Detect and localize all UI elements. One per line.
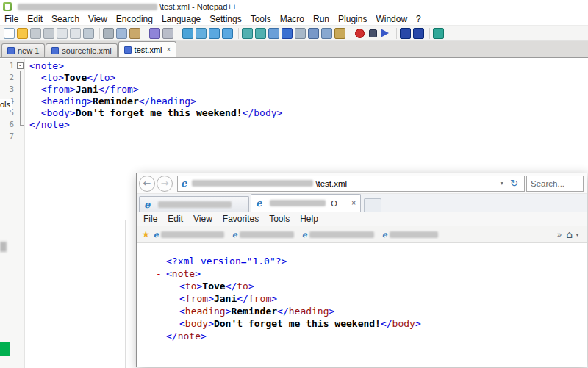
xml-line: -<note>: [137, 267, 587, 280]
saved-file-icon: [124, 46, 132, 54]
home-dropdown-icon[interactable]: ▼: [574, 232, 583, 237]
home-icon[interactable]: ⌂: [564, 228, 574, 240]
bookmark-favicon: e: [382, 231, 387, 239]
menu-help[interactable]: ?: [412, 13, 426, 25]
redacted-tab-title: [158, 201, 232, 208]
menu-settings[interactable]: Settings: [205, 13, 245, 25]
forward-button[interactable]: →: [157, 176, 173, 192]
close-tab-icon[interactable]: ×: [351, 199, 356, 207]
ie-menu-file[interactable]: File: [138, 214, 162, 224]
fold-collapse-icon[interactable]: -: [17, 62, 24, 69]
line-number: 1: [0, 60, 14, 72]
menu-tools[interactable]: Tools: [246, 13, 276, 25]
menu-edit[interactable]: Edit: [23, 13, 47, 25]
menu-language[interactable]: Language: [157, 13, 205, 25]
toolbar-separator: [351, 28, 351, 39]
copy-icon[interactable]: [116, 28, 127, 39]
menu-encoding[interactable]: Encoding: [112, 13, 157, 25]
code-text: <to>Tove</to>: [29, 72, 115, 84]
zoom-out-icon[interactable]: [222, 28, 233, 39]
sync-vertical-scroll-icon[interactable]: [242, 28, 253, 39]
ie-menu-view[interactable]: View: [188, 214, 218, 224]
ie-content-area[interactable]: <?xml version="1.0"?>-<note><to>Tove</to…: [137, 243, 587, 367]
paste-icon[interactable]: [129, 28, 140, 39]
ie-tab-bar: eeO×: [137, 194, 587, 212]
screenshot-canvas: \test.xml - Notepad++ FileEditSearchView…: [0, 0, 588, 368]
ie-favorites-bar: ★ eeee » ⌂ ▼: [137, 226, 587, 243]
address-bar[interactable]: e \test.xml ▼ ↻: [177, 176, 525, 192]
browser-tab-1[interactable]: e: [139, 196, 249, 212]
tab-sourcefile-xml[interactable]: sourcefile.xml: [46, 43, 117, 57]
function-list-icon[interactable]: [321, 28, 332, 39]
monitoring-icon[interactable]: [433, 28, 444, 39]
folder-as-workspace-icon[interactable]: [334, 28, 345, 39]
address-dropdown-icon[interactable]: ▼: [496, 181, 507, 186]
word-wrap-icon[interactable]: [268, 28, 279, 39]
menu-view[interactable]: View: [84, 13, 112, 25]
toolbar-separator: [396, 28, 397, 39]
code-line: 3 <from>Jani</from>: [0, 84, 588, 95]
zoom-in-icon[interactable]: [209, 28, 220, 39]
close-all-icon[interactable]: [70, 28, 81, 39]
open-folder-icon[interactable]: [17, 28, 28, 39]
notepadpp-titlebar[interactable]: \test.xml - Notepad++: [0, 0, 588, 13]
macro-save-icon[interactable]: [400, 28, 411, 39]
tab-new-1[interactable]: new 1: [1, 43, 45, 57]
collapse-node-icon[interactable]: -: [156, 267, 162, 280]
close-tab-icon[interactable]: ×: [167, 46, 171, 54]
menu-file[interactable]: File: [0, 13, 23, 25]
refresh-icon[interactable]: ↻: [507, 178, 521, 189]
notepadpp-app-icon: [3, 2, 12, 11]
macro-play-icon[interactable]: [381, 29, 389, 37]
macro-record-icon[interactable]: [355, 29, 365, 38]
favorites-overflow-icon[interactable]: »: [554, 230, 564, 239]
menu-window[interactable]: Window: [371, 13, 412, 25]
line-number: 3: [0, 84, 14, 95]
tab-test-xml[interactable]: test.xml×: [118, 41, 177, 57]
favorites-bar-item-1[interactable]: e: [154, 231, 226, 239]
window-title: \test.xml - Notepad++: [159, 2, 237, 11]
print-icon[interactable]: [83, 28, 94, 39]
menu-plugins[interactable]: Plugins: [334, 13, 371, 25]
code-line: 7: [0, 131, 588, 142]
sync-horizontal-scroll-icon[interactable]: [255, 28, 266, 39]
menu-macro[interactable]: Macro: [276, 13, 309, 25]
tab-label: new 1: [18, 46, 39, 55]
document-map-icon[interactable]: [308, 28, 319, 39]
save-all-icon[interactable]: [43, 28, 54, 39]
address-url-tail: \test.xml: [315, 179, 347, 188]
saved-file-icon: [7, 47, 15, 54]
show-all-characters-icon[interactable]: [282, 28, 293, 39]
search-box[interactable]: Search...: [526, 176, 584, 192]
line-number: 6: [0, 119, 14, 131]
add-favorite-icon[interactable]: ★: [142, 229, 150, 239]
new-file-icon[interactable]: [4, 28, 15, 39]
back-button[interactable]: ←: [139, 176, 155, 192]
favorites-bar-item-3[interactable]: e: [302, 231, 376, 239]
redacted-file-path: [18, 4, 157, 10]
close-icon[interactable]: [57, 28, 68, 39]
replace-icon[interactable]: [196, 28, 207, 39]
menu-search[interactable]: Search: [47, 13, 84, 25]
background-window-menu-fragment: ols: [0, 99, 12, 110]
save-icon[interactable]: [30, 28, 41, 39]
macro-stop-icon[interactable]: [369, 29, 377, 37]
ie-menu-edit[interactable]: Edit: [162, 214, 188, 224]
tab-label: test.xml: [135, 46, 162, 54]
redacted-bookmark-label: [240, 231, 294, 238]
ie-menu-help[interactable]: Help: [295, 214, 323, 224]
favorites-bar-item-4[interactable]: e: [382, 231, 440, 239]
favorites-bar-item-2[interactable]: e: [232, 231, 296, 239]
cut-icon[interactable]: [103, 28, 114, 39]
xml-line: </note>: [137, 330, 587, 342]
redo-icon[interactable]: [162, 28, 173, 39]
find-icon[interactable]: [182, 28, 193, 39]
ie-menu-tools[interactable]: Tools: [264, 214, 295, 224]
macro-run-multiple-icon[interactable]: [413, 28, 424, 39]
menu-run[interactable]: Run: [309, 13, 334, 25]
browser-tab-2[interactable]: eO×: [251, 194, 361, 212]
undo-icon[interactable]: [149, 28, 160, 39]
new-tab-button[interactable]: [364, 198, 381, 212]
ie-menu-favorites[interactable]: Favorites: [218, 214, 264, 224]
indent-guide-icon[interactable]: [295, 28, 306, 39]
